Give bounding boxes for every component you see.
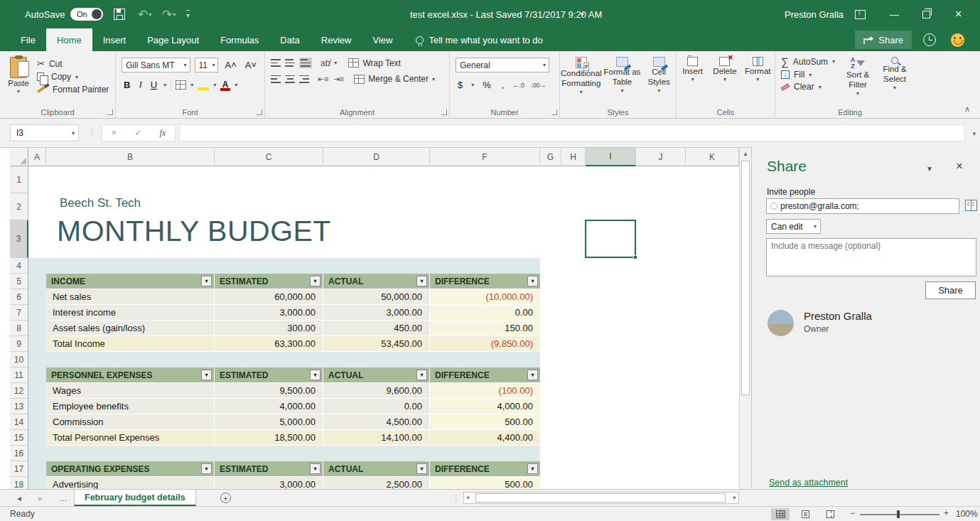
sheet-nav-next-icon[interactable]: ▸ [38,490,43,506]
middle-align-icon[interactable] [285,59,295,67]
row-header-16[interactable]: 16 [10,446,28,461]
account-user-name[interactable]: Preston Gralla [785,0,844,28]
selected-cell-I3[interactable] [585,220,636,258]
share-submit-button[interactable]: Share [925,281,976,299]
send-as-attachment-link[interactable]: Send as attachment [769,478,848,488]
sheet-tab-active[interactable]: February budget details [74,490,196,506]
filter-dropdown-icon[interactable]: ▾ [201,276,212,286]
share-ribbon-button[interactable]: Share [855,31,912,49]
row-header-14[interactable]: 14 [10,414,28,430]
shrink-font-icon[interactable]: A˅ [243,60,259,70]
tab-home[interactable]: Home [46,28,92,51]
copy-button[interactable]: Copy▾ [37,72,109,82]
formula-input[interactable] [179,124,965,141]
permission-select[interactable]: Can edit▾ [766,219,821,234]
grow-font-icon[interactable]: A˄ [222,60,238,70]
smiley-feedback-icon[interactable] [951,33,964,47]
sheet-ellipsis[interactable]: ... [60,490,67,506]
clear-button[interactable]: Clear▾ [781,82,835,92]
row-header-15[interactable]: 15 [10,430,28,446]
align-right-icon[interactable] [299,75,309,83]
scroll-up-icon[interactable]: ▲ [740,148,751,159]
zoom-slider[interactable] [860,514,939,515]
filter-dropdown-icon[interactable]: ▾ [527,370,538,380]
increase-indent-icon[interactable]: ⇥≡ [333,75,345,84]
minimize-button[interactable]: — [890,0,899,28]
filter-dropdown-icon[interactable]: ▾ [201,463,212,474]
collapse-ribbon-icon[interactable]: ∧ [964,104,970,114]
italic-button[interactable]: I [136,79,144,90]
row-header-18[interactable]: 18 [10,477,28,489]
view-page-layout-button[interactable] [796,508,814,520]
tab-file[interactable]: File [10,28,46,51]
fill-color-icon[interactable] [198,80,209,90]
sort-filter-button[interactable]: AZ Sort & Filter▾ [839,55,876,97]
redo-button[interactable]: ↷▾ [162,0,176,28]
font-color-icon[interactable]: A [220,80,230,90]
filter-dropdown-icon[interactable]: ▾ [416,276,427,286]
close-button[interactable]: × [955,0,962,28]
zoom-out-button[interactable]: − [850,508,855,518]
row-header-17[interactable]: 17 [10,461,28,477]
percent-icon[interactable]: % [480,80,493,90]
vertical-scroll-thumb[interactable] [741,161,750,395]
fill-handle[interactable] [633,255,637,259]
insert-function-icon[interactable]: fx [160,128,166,139]
tab-view[interactable]: View [362,28,403,51]
font-family-select[interactable]: Gill Sans MT▾ [122,58,190,72]
find-select-button[interactable]: Find & Select▾ [876,55,913,97]
borders-icon[interactable] [176,80,186,90]
autosum-button[interactable]: ∑AutoSum▾ [781,55,835,68]
horizontal-scroll-thumb[interactable] [475,493,726,503]
filter-dropdown-icon[interactable]: ▾ [201,370,212,380]
hscroll-right-icon[interactable]: ▸ [733,494,736,500]
vertical-scrollbar[interactable]: ▲ [739,148,751,489]
row-header-9[interactable]: 9 [10,336,28,352]
paste-button[interactable]: Paste ▾ [0,55,37,95]
font-dialog-launcher-icon[interactable] [257,109,262,115]
currency-icon[interactable]: $ [456,80,465,90]
view-normal-button[interactable] [771,508,790,520]
bold-button[interactable]: B [122,80,132,90]
tab-review[interactable]: Review [311,28,362,51]
row-header-12[interactable]: 12 [10,383,28,399]
fill-button[interactable]: ↓Fill▾ [781,70,835,80]
column-header-K[interactable]: K [686,148,739,166]
font-size-select[interactable]: 11▾ [195,58,219,72]
save-button[interactable] [114,0,125,28]
row-header-5[interactable]: 5 [10,274,28,289]
column-header-D[interactable]: D [323,148,430,166]
filter-dropdown-icon[interactable]: ▾ [310,370,321,380]
horizontal-scrollbar[interactable]: ◂ ▸ [463,492,739,504]
new-sheet-button[interactable]: + [220,493,231,503]
enter-icon[interactable]: ✓ [134,128,141,138]
row-header-3[interactable]: 3 [10,220,28,258]
wrap-text-button[interactable]: Wrap Text [348,58,401,68]
number-dialog-launcher-icon[interactable] [551,109,557,115]
align-center-icon[interactable] [285,75,295,83]
ribbon-display-options-button[interactable] [855,0,866,28]
row-header-10[interactable]: 10 [10,352,28,367]
cancel-icon[interactable]: × [112,128,117,138]
title-caret-icon[interactable]: ▾ [581,0,584,28]
tab-page-layout[interactable]: Page Layout [136,28,210,51]
orientation-icon[interactable]: ab̸ [321,58,330,68]
tab-insert[interactable]: Insert [92,28,137,51]
undo-button[interactable]: ↶▾ [138,0,151,28]
autosave-toggle[interactable]: On [70,0,103,28]
clipboard-dialog-launcher-icon[interactable] [107,109,113,115]
view-page-break-button[interactable] [821,508,839,520]
filter-dropdown-icon[interactable]: ▾ [310,463,321,474]
filter-dropdown-icon[interactable]: ▾ [527,276,538,286]
filter-dropdown-icon[interactable]: ▾ [416,463,427,474]
underline-button[interactable]: U [149,80,159,90]
sheet-nav-prev-icon[interactable]: ◂ [17,490,21,506]
column-header-B[interactable]: B [46,148,215,166]
font-color-caret-icon[interactable]: ▾ [235,82,237,88]
row-header-6[interactable]: 6 [10,289,28,305]
address-book-icon[interactable] [965,200,977,211]
tab-formulas[interactable]: Formulas [210,28,269,51]
name-box[interactable]: I3▾ [10,124,79,141]
tab-data[interactable]: Data [269,28,310,51]
bottom-align-icon[interactable] [299,58,312,68]
